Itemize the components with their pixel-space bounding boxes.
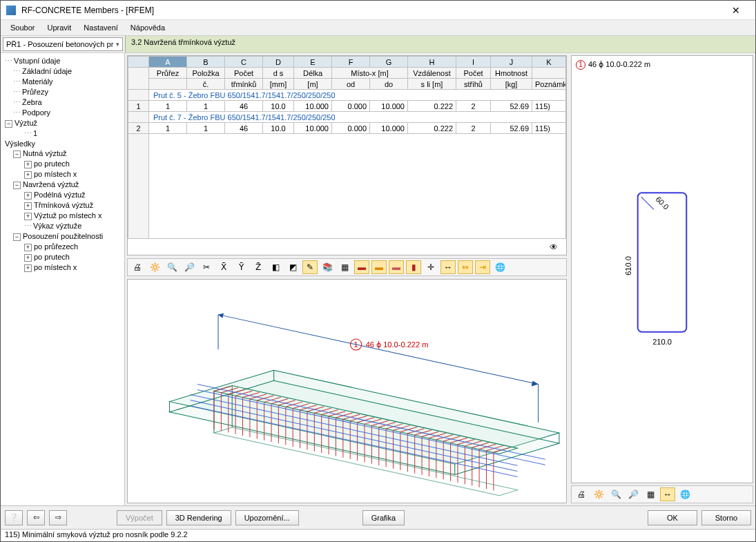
titlebar: RF-CONCRETE Members - [RFEM] ✕ xyxy=(1,1,755,20)
color4-icon[interactable]: ▮ xyxy=(406,260,421,274)
svg-marker-1 xyxy=(218,313,224,318)
find-icon[interactable]: 🔆 xyxy=(147,260,162,274)
plus-icon[interactable]: + xyxy=(24,213,32,220)
plus-icon[interactable]: + xyxy=(24,244,32,251)
nav-req-x[interactable]: +po místech x xyxy=(2,169,123,180)
close-icon[interactable]: ✕ xyxy=(722,5,750,16)
nav-prov-x[interactable]: +Výztuž po místech x xyxy=(2,211,123,221)
help-button[interactable]: ❔ xyxy=(5,510,23,525)
nav-reinf-1[interactable]: ⋯1 xyxy=(2,128,123,139)
color2-icon[interactable]: ▬ xyxy=(371,260,387,274)
nav-ribs[interactable]: ⋯Žebra xyxy=(2,97,123,108)
svg-rect-103 xyxy=(638,193,687,332)
color3-icon[interactable]: ▬ xyxy=(389,260,404,274)
chevron-down-icon: ▾ xyxy=(116,41,119,48)
nav-srv-x[interactable]: +po místech x xyxy=(2,262,123,273)
navigator: ⋯Vstupní údaje ⋯Základní údaje ⋯Materiál… xyxy=(1,53,125,505)
table-row-empty xyxy=(128,134,566,239)
warnings-button[interactable]: Upozornění... xyxy=(235,510,299,525)
color1-icon[interactable]: ▬ xyxy=(354,260,369,274)
nav-provided[interactable]: −Navržená výztuž xyxy=(2,180,123,190)
next-button[interactable]: ⇨ xyxy=(49,510,67,525)
globe-icon[interactable]: 🌐 xyxy=(677,487,692,501)
globe-icon[interactable]: 🌐 xyxy=(492,260,507,274)
find-icon[interactable]: 🔆 xyxy=(591,487,606,501)
nav-supports[interactable]: ⋯Podpory xyxy=(2,108,123,118)
nav-srv-mem[interactable]: +po prutech xyxy=(2,252,123,262)
table-group-2[interactable]: Prut č. 7 - Žebro FBU 650/1541.7/1541.7/… xyxy=(128,112,566,123)
dim-toggle-icon[interactable]: ↔ xyxy=(660,487,675,501)
plus-icon[interactable]: + xyxy=(24,171,32,179)
plus-icon[interactable]: + xyxy=(24,202,32,210)
dim2-icon[interactable]: ⇔ xyxy=(458,260,473,274)
iso-icon[interactable]: ◧ xyxy=(268,260,283,274)
layers-icon[interactable]: 📚 xyxy=(320,260,335,274)
results-table-panel: ABCDEFGHIJK PrůřezPoložkaPočetd sDélkaMí… xyxy=(127,55,567,255)
table-col-letters: ABCDEFGHIJK xyxy=(128,57,566,68)
render-toolbar: 🖨 🔆 🔍 🔎 ✂ X̄ Ȳ Z̄ ◧ ◩ ✎ 📚 ▦ ▬ ▬ ▬ ▮ ✛ ↔ … xyxy=(127,258,567,276)
minus-icon[interactable]: − xyxy=(5,120,12,128)
nav-srv-sec[interactable]: +po průřezech xyxy=(2,242,123,252)
zoom-window-icon[interactable]: 🔎 xyxy=(626,487,641,501)
nav-results[interactable]: Výsledky xyxy=(2,139,123,148)
table-group-1[interactable]: Prut č. 5 - Žebro FBU 650/1541.7/1541.7/… xyxy=(128,90,566,101)
eye-icon[interactable]: 👁 xyxy=(546,240,561,254)
view-z-icon[interactable]: Z̄ xyxy=(251,260,266,274)
nav-service[interactable]: −Posouzení použitelnosti xyxy=(2,231,123,242)
table-row[interactable]: 1114610.010.0000.00010.0000.222252.69115… xyxy=(128,101,566,112)
nav-required[interactable]: −Nutná výztuž xyxy=(2,148,123,159)
svg-text:46 ɸ 10.0-0.222 m: 46 ɸ 10.0-0.222 m xyxy=(366,340,429,349)
minus-icon[interactable]: − xyxy=(13,151,21,158)
menu-file[interactable]: Soubor xyxy=(5,22,40,33)
svg-text:210.0: 210.0 xyxy=(652,338,672,346)
grid-icon[interactable]: ▦ xyxy=(643,487,658,501)
menu-help[interactable]: Nápověda xyxy=(125,22,171,33)
plus-icon[interactable]: + xyxy=(24,254,32,262)
plus-icon[interactable]: + xyxy=(24,161,32,168)
axes-icon[interactable]: ✛ xyxy=(423,260,438,274)
menu-edit[interactable]: Upravit xyxy=(41,22,77,33)
prev-button[interactable]: ⇦ xyxy=(27,510,45,525)
edit-icon[interactable]: ✎ xyxy=(302,260,318,274)
case-combo[interactable]: PŘ1 - Posouzení betonových pr ▾ xyxy=(3,37,123,51)
ok-button[interactable]: OK xyxy=(648,510,697,525)
print-icon[interactable]: 🖨 xyxy=(130,260,145,274)
minus-icon[interactable]: − xyxy=(13,233,21,241)
dim-icon[interactable]: ↔ xyxy=(440,260,456,274)
plus-icon[interactable]: + xyxy=(24,264,32,272)
nav-prov-shear[interactable]: +Třmínková výztuž xyxy=(2,200,123,211)
cross-section-panel[interactable]: 146 ɸ 10.0-0.222 m 60.0 610.0 210.0 xyxy=(571,55,753,483)
zoom-icon[interactable]: 🔍 xyxy=(608,487,623,501)
zoom-window-icon[interactable]: 🔎 xyxy=(182,260,197,274)
nav-reinf[interactable]: −Výztuž xyxy=(2,118,123,128)
minus-icon[interactable]: − xyxy=(13,182,21,189)
nav-general[interactable]: ⋯Základní údaje xyxy=(2,66,123,77)
view-y-icon[interactable]: Ȳ xyxy=(233,260,249,274)
view-x-icon[interactable]: X̄ xyxy=(216,260,231,274)
nav-input-data[interactable]: ⋯Vstupní údaje xyxy=(2,56,123,66)
dim3-icon[interactable]: ⇥ xyxy=(475,260,490,274)
nav-prov-stat[interactable]: ⋯Výkaz výztuže xyxy=(2,221,123,231)
nav-req-members[interactable]: +po prutech xyxy=(2,159,123,169)
app-icon xyxy=(6,6,16,15)
nav-materials[interactable]: ⋯Materiály xyxy=(2,77,123,87)
graphics-button[interactable]: Grafika xyxy=(362,510,405,525)
nav-prov-long[interactable]: +Podélná výztuž xyxy=(2,190,123,200)
cancel-button[interactable]: Storno xyxy=(701,510,751,525)
nav-sections[interactable]: ⋯Průřezy xyxy=(2,87,123,97)
plus-icon[interactable]: + xyxy=(24,192,32,200)
render-3d-panel[interactable]: 1 46 ɸ 10.0-0.222 m xyxy=(127,279,567,503)
section-icon[interactable]: ✂ xyxy=(199,260,214,274)
persp-icon[interactable]: ◩ xyxy=(285,260,300,274)
zoom-icon[interactable]: 🔍 xyxy=(164,260,180,274)
menu-settings[interactable]: Nastavení xyxy=(78,22,124,33)
calc-button[interactable]: Výpočet xyxy=(117,510,162,525)
cross-toolbar: 🖨 🔆 🔍 🔎 ▦ ↔ 🌐 xyxy=(571,485,753,503)
print-icon[interactable]: 🖨 xyxy=(574,487,589,501)
case-combo-text: PŘ1 - Posouzení betonových pr xyxy=(6,40,113,48)
table-row[interactable]: 2114610.010.0000.00010.0000.222252.69115… xyxy=(128,123,566,134)
rendering-button[interactable]: 3D Rendering xyxy=(166,510,231,525)
svg-text:1: 1 xyxy=(354,340,358,349)
solid-icon[interactable]: ▦ xyxy=(337,260,352,274)
results-table[interactable]: ABCDEFGHIJK PrůřezPoložkaPočetd sDélkaMí… xyxy=(128,56,566,238)
